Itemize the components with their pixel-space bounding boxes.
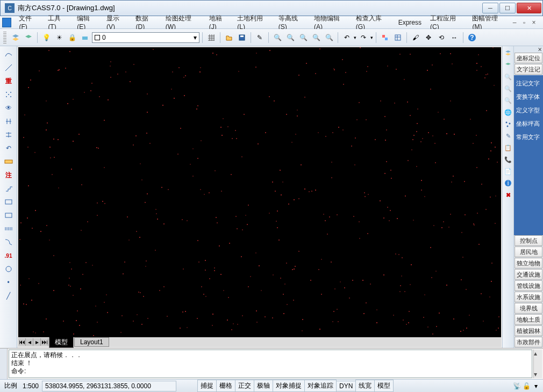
toggle-model[interactable]: 模型 [374,380,394,392]
rbtn-residential[interactable]: 居民地 [515,246,542,257]
r-info-icon[interactable]: i [503,178,513,188]
undo-drop-icon[interactable]: ▾ [354,35,356,40]
sun-icon[interactable]: ☀ [53,32,65,43]
tool-annotate-icon[interactable]: 注 [2,169,15,181]
rb-coord-elev[interactable]: 坐标坪高 [514,117,543,130]
minimize-button[interactable]: ─ [482,3,498,13]
toggle-polar[interactable]: 极轴 [254,380,273,392]
lock-icon[interactable]: 🔒 [66,32,78,43]
move-icon[interactable]: ✥ [423,32,434,43]
toggle-snap[interactable]: 捕捉 [197,380,217,392]
tool-rect-icon[interactable] [2,196,15,208]
tool-segment-icon[interactable]: ╱ [2,290,15,302]
help-icon[interactable]: ? [466,32,478,43]
tab-layout1[interactable]: Layout1 [74,337,109,347]
layers-icon[interactable] [10,32,22,43]
r-layers-icon[interactable] [503,48,513,58]
redo-drop-icon[interactable]: ▾ [370,35,373,40]
tool-grid-snap-icon[interactable] [2,89,15,100]
tray-chevron-icon[interactable]: ▾ [531,381,541,391]
undo-icon[interactable]: ↶ [341,32,353,43]
rb-def-style[interactable]: 定义字型 [514,104,543,117]
tool-rect2-icon[interactable] [2,209,15,221]
tab-prev-icon[interactable]: ◂ [26,338,33,346]
rbtn-text-annotate[interactable]: 文字注记 [515,64,542,75]
zoom-realtime-icon[interactable]: 🔍 [323,32,335,43]
tool-circle-icon[interactable] [2,263,15,275]
grip-icon[interactable] [3,32,6,43]
tab-first-icon[interactable]: ⏮ [18,338,26,346]
toggle-dyn[interactable]: DYN [336,381,356,391]
close-button[interactable]: ✕ [517,3,541,13]
comm-icon[interactable]: 📡 [512,381,521,391]
toggle-otrack[interactable]: 对象追踪 [304,380,337,392]
tool-line-icon[interactable] [2,62,15,74]
layer-combo[interactable]: 0 ▾ [92,32,199,43]
tool-htrim-icon[interactable] [2,129,15,141]
drawing-canvas[interactable] [18,47,501,337]
rb-change-font[interactable]: 变换字体 [514,90,543,104]
layer-props-icon[interactable] [23,32,34,43]
r-zoom1-icon[interactable]: 🔍 [503,72,513,82]
cmd-scrollbar[interactable]: ▴▾ [533,350,542,378]
tool-vtrim-icon[interactable] [2,115,15,127]
toggle-ortho[interactable]: 正交 [235,380,254,392]
rbtn-municipal[interactable]: 市政部件 [515,337,542,347]
bulb-on-icon[interactable]: 💡 [40,32,52,43]
doc-close-icon[interactable]: × [530,19,538,26]
doc-minimize-icon[interactable]: – [511,19,518,26]
r-zoom3-icon[interactable]: 🔍 [503,96,513,105]
tool-curve2-icon[interactable] [2,236,15,248]
rbtn-terrain[interactable]: 地貌土质 [515,314,542,325]
zoom-window-icon[interactable]: 🔍 [284,32,296,43]
zoom-ext-icon[interactable]: 🔍 [272,32,283,43]
r-phone-icon[interactable]: 📞 [503,155,513,164]
r-delete-icon[interactable]: ✖ [503,190,513,200]
tool-redraw-icon[interactable]: 重 [2,75,15,87]
doc-restore-icon[interactable]: ▫ [520,19,528,26]
toggle-osnap[interactable]: 对象捕捉 [273,380,305,392]
rbtn-vegetation[interactable]: 植被园林 [515,325,542,336]
props-icon[interactable] [392,32,404,43]
rb-common-text[interactable]: 常用文字 [514,130,543,144]
tool-hatch-icon[interactable] [2,223,15,235]
open-icon[interactable] [223,32,235,43]
tool-step-icon[interactable] [2,183,15,194]
r-doc-icon[interactable]: 📄 [503,166,513,176]
save-icon[interactable] [236,32,248,43]
menu-express[interactable]: Express [394,17,426,28]
zoom-prev-icon[interactable]: 🔍 [310,32,322,43]
r-points-icon[interactable] [503,119,513,129]
rbtn-traffic[interactable]: 交通设施 [515,269,542,280]
match-icon[interactable] [379,32,391,43]
r-global-icon[interactable]: 🌐 [503,107,513,117]
zoom-in-icon[interactable]: 🔍 [297,32,309,43]
rbtn-independent[interactable]: 独立地物 [515,258,542,268]
tool-point-icon[interactable]: • [2,277,15,288]
command-text[interactable]: 正在展点，请稍候．．． 结束 ！ 命令: [9,350,532,378]
rbtn-control[interactable]: 控制点 [515,235,542,246]
maximize-button[interactable]: ☐ [499,3,516,13]
cmd-grip-icon[interactable] [0,349,8,379]
r-zoom2-icon[interactable]: 🔍 [503,84,513,93]
layer-stack-icon[interactable] [79,32,91,43]
rbtn-pipeline[interactable]: 管线设施 [515,280,542,291]
redo-icon[interactable]: ↷ [358,32,369,43]
dimension-icon[interactable]: ↔ [448,32,460,43]
tab-last-icon[interactable]: ⏭ [41,338,48,346]
tab-next-icon[interactable]: ▸ [33,338,41,346]
r-clipboard-icon[interactable]: 📋 [503,143,513,153]
rbtn-water[interactable]: 水系设施 [515,292,542,302]
tool-undo2-icon[interactable]: ↶ [2,142,15,154]
r-stack-icon[interactable] [503,60,513,70]
toggle-lwt[interactable]: 线宽 [355,380,375,392]
rb-anno-text[interactable]: 注记文字 [514,77,543,90]
toggle-grid[interactable]: 栅格 [216,380,235,392]
tool-elev-icon[interactable]: .91 [2,250,15,262]
grid-icon[interactable] [205,32,217,43]
tool-ruler-icon[interactable] [2,156,15,168]
pencil-icon[interactable]: ✎ [254,32,266,43]
rbtn-boundary[interactable]: 境界线 [515,303,542,314]
tab-model[interactable]: 模型 [49,337,74,348]
r-pencil-icon[interactable]: ✎ [503,131,513,141]
